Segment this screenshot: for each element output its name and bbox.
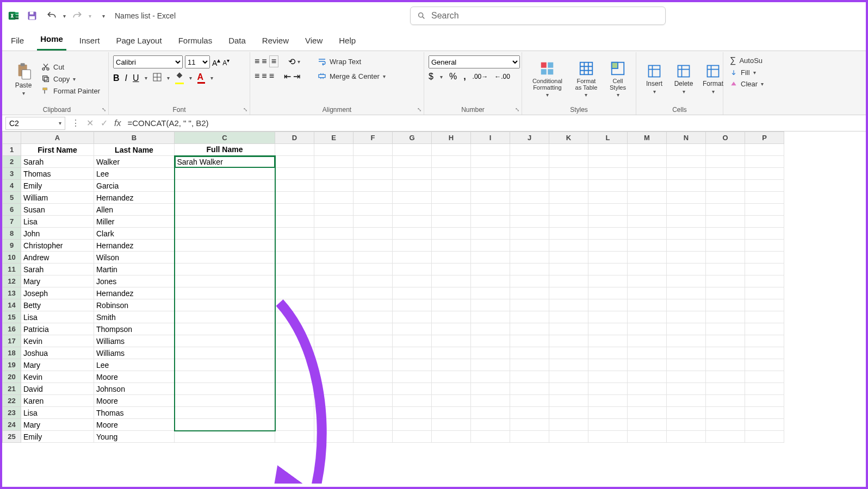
- cell-G14[interactable]: [393, 299, 432, 311]
- cell-P23[interactable]: [745, 407, 784, 419]
- cell-C2[interactable]: Sarah Walker: [175, 156, 275, 168]
- cell-J9[interactable]: [510, 240, 549, 252]
- cell-H1[interactable]: [432, 144, 471, 156]
- cell-H20[interactable]: [432, 371, 471, 383]
- cell-N22[interactable]: [667, 395, 706, 407]
- cell-D19[interactable]: [275, 359, 314, 371]
- cell-M8[interactable]: [628, 228, 667, 240]
- row-header-5[interactable]: 5: [3, 192, 21, 204]
- cell-A12[interactable]: Mary: [21, 275, 94, 287]
- row-header-11[interactable]: 11: [3, 264, 21, 275]
- cell-G1[interactable]: [393, 144, 432, 156]
- cell-P17[interactable]: [745, 335, 784, 347]
- cell-M1[interactable]: [628, 144, 667, 156]
- cell-P22[interactable]: [745, 395, 784, 407]
- cell-H7[interactable]: [432, 216, 471, 228]
- cell-H8[interactable]: [432, 228, 471, 240]
- cell-B11[interactable]: Martin: [94, 264, 175, 275]
- borders-button[interactable]: [153, 73, 162, 84]
- cell-I23[interactable]: [471, 407, 510, 419]
- cell-L22[interactable]: [588, 395, 628, 407]
- cell-M7[interactable]: [628, 216, 667, 228]
- cell-E2[interactable]: [314, 156, 354, 168]
- cell-G12[interactable]: [393, 275, 432, 287]
- col-header-K[interactable]: K: [549, 132, 588, 144]
- cell-J6[interactable]: [510, 204, 549, 216]
- cell-E14[interactable]: [314, 299, 354, 311]
- cell-O15[interactable]: [706, 311, 745, 323]
- cell-K23[interactable]: [549, 407, 588, 419]
- col-header-F[interactable]: F: [354, 132, 393, 144]
- cell-O11[interactable]: [706, 264, 745, 275]
- percent-format-button[interactable]: %: [449, 72, 457, 82]
- cell-I7[interactable]: [471, 216, 510, 228]
- cell-D23[interactable]: [275, 407, 314, 419]
- cell-I8[interactable]: [471, 228, 510, 240]
- cell-P1[interactable]: [745, 144, 784, 156]
- tab-formulas[interactable]: Formulas: [175, 32, 216, 51]
- cell-styles-button[interactable]: Cell Styles▾: [604, 59, 631, 99]
- cell-B2[interactable]: Walker: [94, 156, 175, 168]
- cell-A21[interactable]: David: [21, 383, 94, 395]
- increase-decimal-icon[interactable]: .00→: [473, 73, 488, 80]
- cell-P25[interactable]: [745, 431, 784, 443]
- cell-A11[interactable]: Sarah: [21, 264, 94, 275]
- cell-G25[interactable]: [393, 431, 432, 443]
- save-button[interactable]: [24, 8, 40, 24]
- format-button[interactable]: Format▾: [699, 62, 727, 96]
- col-header-O[interactable]: O: [706, 132, 745, 144]
- cell-C16[interactable]: [175, 323, 275, 335]
- cell-C5[interactable]: [175, 192, 275, 204]
- cell-K22[interactable]: [549, 395, 588, 407]
- align-center-icon[interactable]: ≡: [262, 71, 266, 81]
- name-menu-icon[interactable]: ⋮: [69, 118, 83, 128]
- cell-M13[interactable]: [628, 287, 667, 299]
- cell-F8[interactable]: [354, 228, 393, 240]
- cell-J1[interactable]: [510, 144, 549, 156]
- cell-M15[interactable]: [628, 311, 667, 323]
- cell-G24[interactable]: [393, 419, 432, 431]
- cell-K20[interactable]: [549, 371, 588, 383]
- cell-A20[interactable]: Kevin: [21, 371, 94, 383]
- cell-I24[interactable]: [471, 419, 510, 431]
- italic-button[interactable]: I: [125, 73, 127, 83]
- row-header-25[interactable]: 25: [3, 431, 21, 443]
- cell-F4[interactable]: [354, 180, 393, 192]
- cell-D13[interactable]: [275, 287, 314, 299]
- cell-B9[interactable]: Hernandez: [94, 240, 175, 252]
- cell-L14[interactable]: [588, 299, 628, 311]
- cell-J13[interactable]: [510, 287, 549, 299]
- cell-L11[interactable]: [588, 264, 628, 275]
- cell-E21[interactable]: [314, 383, 354, 395]
- format-painter-button[interactable]: Format Painter: [39, 85, 102, 96]
- cell-E20[interactable]: [314, 371, 354, 383]
- cell-I16[interactable]: [471, 323, 510, 335]
- row-header-2[interactable]: 2: [3, 156, 21, 168]
- cell-N24[interactable]: [667, 419, 706, 431]
- cell-C6[interactable]: [175, 204, 275, 216]
- cell-I11[interactable]: [471, 264, 510, 275]
- align-middle-icon[interactable]: ≡: [262, 57, 266, 66]
- cell-E24[interactable]: [314, 419, 354, 431]
- tab-view[interactable]: View: [302, 32, 326, 51]
- cell-E11[interactable]: [314, 264, 354, 275]
- cell-I14[interactable]: [471, 299, 510, 311]
- cell-I9[interactable]: [471, 240, 510, 252]
- cell-J19[interactable]: [510, 359, 549, 371]
- row-header-7[interactable]: 7: [3, 216, 21, 228]
- cell-A14[interactable]: Betty: [21, 299, 94, 311]
- cell-B12[interactable]: Jones: [94, 275, 175, 287]
- cell-F25[interactable]: [354, 431, 393, 443]
- cell-B10[interactable]: Wilson: [94, 252, 175, 264]
- cell-F2[interactable]: [354, 156, 393, 168]
- col-header-P[interactable]: P: [745, 132, 784, 144]
- cell-M3[interactable]: [628, 168, 667, 180]
- cell-I2[interactable]: [471, 156, 510, 168]
- cell-I17[interactable]: [471, 335, 510, 347]
- cell-F20[interactable]: [354, 371, 393, 383]
- cell-E23[interactable]: [314, 407, 354, 419]
- cell-J7[interactable]: [510, 216, 549, 228]
- cell-E5[interactable]: [314, 192, 354, 204]
- row-header-1[interactable]: 1: [3, 144, 21, 156]
- cancel-formula-icon[interactable]: ✕: [83, 118, 97, 128]
